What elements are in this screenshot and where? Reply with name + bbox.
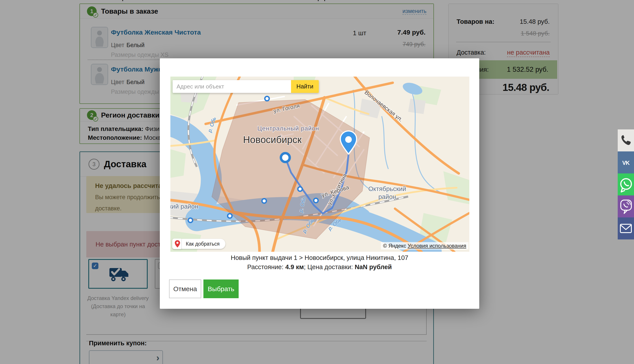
vk-button[interactable]: VK [618, 152, 634, 174]
label-city: Новосибирск [243, 134, 302, 145]
whatsapp-button[interactable] [618, 174, 634, 196]
vk-icon: VK [618, 156, 634, 169]
whatsapp-icon [618, 174, 634, 195]
map-search-button[interactable]: Найти [291, 80, 319, 93]
price-value: NaN рублей [355, 264, 392, 270]
select-button[interactable]: Выбрать [204, 280, 239, 298]
viber-icon [618, 196, 634, 217]
label-october-district-1: Октябрьский [368, 185, 406, 192]
yandex-map[interactable]: ул. Гоголя Волочаевская ул. ул. Никитина… [170, 76, 469, 252]
map-canvas: ул. Гоголя Волочаевская ул. ул. Никитина… [170, 76, 469, 252]
price-label: ; Цена доставки: [304, 264, 355, 270]
terms-of-use-link[interactable]: Условия использования [408, 243, 466, 249]
attribution-copyright: © Яндекс [383, 243, 406, 249]
label-left-district: Ленинский район [170, 203, 198, 210]
pickup-point-caption: Новый пункт выдачи 1 > Новосибирск, улиц… [160, 254, 479, 262]
map-attribution: © Яндекс Условия использования [381, 242, 468, 250]
phone-contact-button[interactable] [618, 130, 634, 152]
svg-text:VK: VK [622, 160, 630, 166]
label-central-district: Центральный район [257, 125, 319, 132]
distance-label: Расстояние: [247, 264, 285, 270]
origin-point-marker[interactable] [281, 153, 290, 162]
route-chip[interactable]: Как добраться [172, 238, 226, 249]
map-search-input[interactable] [172, 80, 291, 93]
map-picker-modal: ул. Гоголя Волочаевская ул. ул. Никитина… [160, 58, 479, 309]
phone-icon [620, 134, 632, 147]
cancel-button[interactable]: Отмена [169, 280, 201, 298]
email-icon [618, 218, 634, 239]
route-chip-label: Как добраться [182, 239, 226, 249]
distance-value: 4.9 км [285, 264, 304, 270]
social-sidebar: VK [618, 130, 634, 240]
map-search-bar: Найти [172, 80, 319, 93]
yandex-pin-icon [172, 238, 183, 249]
email-button[interactable] [618, 218, 634, 240]
viber-button[interactable] [618, 196, 634, 218]
label-october-district-2: район [378, 193, 396, 200]
distance-price-caption: Расстояние: 4.9 км; Цена доставки: NaN р… [160, 264, 479, 271]
